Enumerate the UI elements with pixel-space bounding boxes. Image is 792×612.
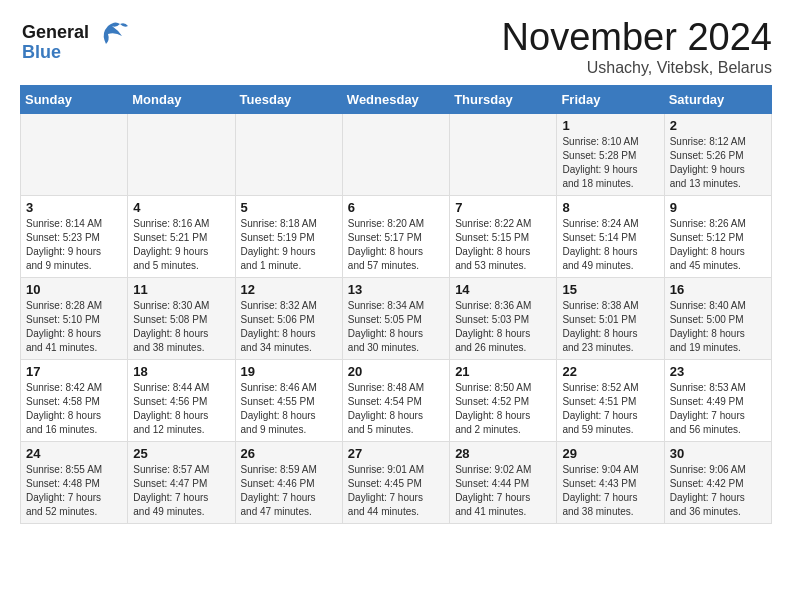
day-number: 21: [455, 364, 551, 379]
day-detail: Sunrise: 8:40 AM Sunset: 5:00 PM Dayligh…: [670, 299, 766, 355]
day-number: 27: [348, 446, 444, 461]
week-row-1: 1Sunrise: 8:10 AM Sunset: 5:28 PM Daylig…: [21, 114, 772, 196]
day-detail: Sunrise: 8:53 AM Sunset: 4:49 PM Dayligh…: [670, 381, 766, 437]
day-cell: 23Sunrise: 8:53 AM Sunset: 4:49 PM Dayli…: [664, 360, 771, 442]
day-number: 22: [562, 364, 658, 379]
day-detail: Sunrise: 8:34 AM Sunset: 5:05 PM Dayligh…: [348, 299, 444, 355]
day-number: 5: [241, 200, 337, 215]
header-row: SundayMondayTuesdayWednesdayThursdayFrid…: [21, 86, 772, 114]
day-number: 11: [133, 282, 229, 297]
day-cell: 5Sunrise: 8:18 AM Sunset: 5:19 PM Daylig…: [235, 196, 342, 278]
day-cell: 21Sunrise: 8:50 AM Sunset: 4:52 PM Dayli…: [450, 360, 557, 442]
title-block: November 2024 Ushachy, Vitebsk, Belarus: [502, 16, 772, 77]
day-detail: Sunrise: 8:22 AM Sunset: 5:15 PM Dayligh…: [455, 217, 551, 273]
day-cell: 14Sunrise: 8:36 AM Sunset: 5:03 PM Dayli…: [450, 278, 557, 360]
day-cell: [450, 114, 557, 196]
day-detail: Sunrise: 8:20 AM Sunset: 5:17 PM Dayligh…: [348, 217, 444, 273]
day-number: 3: [26, 200, 122, 215]
month-title: November 2024: [502, 16, 772, 59]
day-detail: Sunrise: 8:38 AM Sunset: 5:01 PM Dayligh…: [562, 299, 658, 355]
day-number: 30: [670, 446, 766, 461]
header-day-thursday: Thursday: [450, 86, 557, 114]
day-number: 15: [562, 282, 658, 297]
day-cell: 8Sunrise: 8:24 AM Sunset: 5:14 PM Daylig…: [557, 196, 664, 278]
day-number: 28: [455, 446, 551, 461]
day-cell: 27Sunrise: 9:01 AM Sunset: 4:45 PM Dayli…: [342, 442, 449, 524]
day-detail: Sunrise: 8:36 AM Sunset: 5:03 PM Dayligh…: [455, 299, 551, 355]
header-day-sunday: Sunday: [21, 86, 128, 114]
day-detail: Sunrise: 8:30 AM Sunset: 5:08 PM Dayligh…: [133, 299, 229, 355]
week-row-3: 10Sunrise: 8:28 AM Sunset: 5:10 PM Dayli…: [21, 278, 772, 360]
day-detail: Sunrise: 8:50 AM Sunset: 4:52 PM Dayligh…: [455, 381, 551, 437]
day-cell: 13Sunrise: 8:34 AM Sunset: 5:05 PM Dayli…: [342, 278, 449, 360]
day-cell: [342, 114, 449, 196]
day-cell: 11Sunrise: 8:30 AM Sunset: 5:08 PM Dayli…: [128, 278, 235, 360]
day-number: 12: [241, 282, 337, 297]
day-number: 6: [348, 200, 444, 215]
day-detail: Sunrise: 9:04 AM Sunset: 4:43 PM Dayligh…: [562, 463, 658, 519]
day-number: 2: [670, 118, 766, 133]
day-detail: Sunrise: 8:26 AM Sunset: 5:12 PM Dayligh…: [670, 217, 766, 273]
day-number: 4: [133, 200, 229, 215]
day-number: 13: [348, 282, 444, 297]
day-cell: 2Sunrise: 8:12 AM Sunset: 5:26 PM Daylig…: [664, 114, 771, 196]
header-day-tuesday: Tuesday: [235, 86, 342, 114]
day-cell: 4Sunrise: 8:16 AM Sunset: 5:21 PM Daylig…: [128, 196, 235, 278]
day-cell: [235, 114, 342, 196]
day-detail: Sunrise: 8:12 AM Sunset: 5:26 PM Dayligh…: [670, 135, 766, 191]
day-cell: 19Sunrise: 8:46 AM Sunset: 4:55 PM Dayli…: [235, 360, 342, 442]
header-day-friday: Friday: [557, 86, 664, 114]
day-detail: Sunrise: 9:01 AM Sunset: 4:45 PM Dayligh…: [348, 463, 444, 519]
header-day-monday: Monday: [128, 86, 235, 114]
day-cell: [128, 114, 235, 196]
day-cell: 10Sunrise: 8:28 AM Sunset: 5:10 PM Dayli…: [21, 278, 128, 360]
day-number: 8: [562, 200, 658, 215]
day-cell: 25Sunrise: 8:57 AM Sunset: 4:47 PM Dayli…: [128, 442, 235, 524]
day-detail: Sunrise: 9:02 AM Sunset: 4:44 PM Dayligh…: [455, 463, 551, 519]
day-number: 7: [455, 200, 551, 215]
day-cell: 29Sunrise: 9:04 AM Sunset: 4:43 PM Dayli…: [557, 442, 664, 524]
day-detail: Sunrise: 8:59 AM Sunset: 4:46 PM Dayligh…: [241, 463, 337, 519]
day-detail: Sunrise: 8:18 AM Sunset: 5:19 PM Dayligh…: [241, 217, 337, 273]
day-number: 10: [26, 282, 122, 297]
calendar-table: SundayMondayTuesdayWednesdayThursdayFrid…: [20, 85, 772, 524]
day-cell: 7Sunrise: 8:22 AM Sunset: 5:15 PM Daylig…: [450, 196, 557, 278]
day-number: 23: [670, 364, 766, 379]
header-day-wednesday: Wednesday: [342, 86, 449, 114]
day-cell: 6Sunrise: 8:20 AM Sunset: 5:17 PM Daylig…: [342, 196, 449, 278]
calendar-body: 1Sunrise: 8:10 AM Sunset: 5:28 PM Daylig…: [21, 114, 772, 524]
day-cell: 17Sunrise: 8:42 AM Sunset: 4:58 PM Dayli…: [21, 360, 128, 442]
day-cell: 20Sunrise: 8:48 AM Sunset: 4:54 PM Dayli…: [342, 360, 449, 442]
week-row-2: 3Sunrise: 8:14 AM Sunset: 5:23 PM Daylig…: [21, 196, 772, 278]
day-detail: Sunrise: 8:28 AM Sunset: 5:10 PM Dayligh…: [26, 299, 122, 355]
day-number: 26: [241, 446, 337, 461]
logo: General Blue: [20, 16, 130, 68]
week-row-4: 17Sunrise: 8:42 AM Sunset: 4:58 PM Dayli…: [21, 360, 772, 442]
svg-text:Blue: Blue: [22, 42, 61, 62]
day-detail: Sunrise: 8:10 AM Sunset: 5:28 PM Dayligh…: [562, 135, 658, 191]
day-number: 29: [562, 446, 658, 461]
day-detail: Sunrise: 8:46 AM Sunset: 4:55 PM Dayligh…: [241, 381, 337, 437]
day-cell: 22Sunrise: 8:52 AM Sunset: 4:51 PM Dayli…: [557, 360, 664, 442]
day-detail: Sunrise: 8:55 AM Sunset: 4:48 PM Dayligh…: [26, 463, 122, 519]
header: General Blue November 2024 Ushachy, Vite…: [20, 16, 772, 77]
day-cell: 15Sunrise: 8:38 AM Sunset: 5:01 PM Dayli…: [557, 278, 664, 360]
logo-text: General Blue: [20, 16, 130, 68]
day-number: 14: [455, 282, 551, 297]
day-cell: [21, 114, 128, 196]
svg-text:General: General: [22, 22, 89, 42]
header-day-saturday: Saturday: [664, 86, 771, 114]
day-cell: 9Sunrise: 8:26 AM Sunset: 5:12 PM Daylig…: [664, 196, 771, 278]
day-number: 19: [241, 364, 337, 379]
day-detail: Sunrise: 8:44 AM Sunset: 4:56 PM Dayligh…: [133, 381, 229, 437]
day-number: 24: [26, 446, 122, 461]
day-detail: Sunrise: 8:42 AM Sunset: 4:58 PM Dayligh…: [26, 381, 122, 437]
day-detail: Sunrise: 8:32 AM Sunset: 5:06 PM Dayligh…: [241, 299, 337, 355]
day-detail: Sunrise: 8:24 AM Sunset: 5:14 PM Dayligh…: [562, 217, 658, 273]
day-number: 16: [670, 282, 766, 297]
day-cell: 28Sunrise: 9:02 AM Sunset: 4:44 PM Dayli…: [450, 442, 557, 524]
day-detail: Sunrise: 9:06 AM Sunset: 4:42 PM Dayligh…: [670, 463, 766, 519]
day-number: 17: [26, 364, 122, 379]
day-cell: 30Sunrise: 9:06 AM Sunset: 4:42 PM Dayli…: [664, 442, 771, 524]
location: Ushachy, Vitebsk, Belarus: [502, 59, 772, 77]
